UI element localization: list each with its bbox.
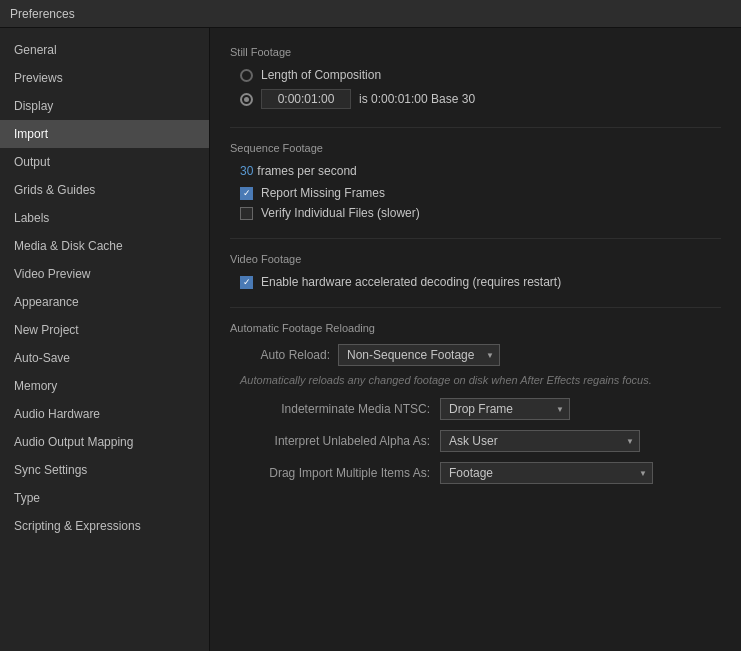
divider-3: [230, 307, 721, 308]
field-row-drag-import: Drag Import Multiple Items As: Footage C…: [230, 462, 721, 484]
sidebar-item-video-preview[interactable]: Video Preview: [0, 260, 209, 288]
checkbox-verify-individual-files[interactable]: [240, 207, 253, 220]
fps-label: frames per second: [257, 164, 356, 178]
radio-row-length-of-composition: Length of Composition: [230, 68, 721, 82]
sequence-footage-section: Sequence Footage 30 frames per second Re…: [230, 142, 721, 220]
sidebar-item-labels[interactable]: Labels: [0, 204, 209, 232]
divider-1: [230, 127, 721, 128]
sidebar-item-general[interactable]: General: [0, 36, 209, 64]
field-label-drag-import: Drag Import Multiple Items As:: [240, 466, 430, 480]
sidebar-item-auto-save[interactable]: Auto-Save: [0, 344, 209, 372]
drag-import-select[interactable]: Footage Composition Composition - Retain…: [440, 462, 653, 484]
sidebar-item-type[interactable]: Type: [0, 484, 209, 512]
content-panel: Still Footage Length of Composition is 0…: [210, 28, 741, 651]
indeterminate-ntsc-select-wrapper: Drop Frame Non-Drop Frame: [440, 398, 570, 420]
time-value-input[interactable]: [261, 89, 351, 109]
checkbox-hardware-accelerated[interactable]: [240, 276, 253, 289]
main-container: GeneralPreviewsDisplayImportOutputGrids …: [0, 28, 741, 651]
fps-value[interactable]: 30: [240, 164, 253, 178]
field-row-interpret-alpha: Interpret Unlabeled Alpha As: Ask User I…: [230, 430, 721, 452]
video-footage-section: Video Footage Enable hardware accelerate…: [230, 253, 721, 289]
checkbox-label-hardware-accel: Enable hardware accelerated decoding (re…: [261, 275, 561, 289]
sidebar-item-sync-settings[interactable]: Sync Settings: [0, 456, 209, 484]
auto-reload-desc: Automatically reloads any changed footag…: [230, 374, 721, 386]
sidebar-item-scripting-expressions[interactable]: Scripting & Expressions: [0, 512, 209, 540]
checkbox-row-hardware-accel: Enable hardware accelerated decoding (re…: [230, 275, 721, 289]
auto-reload-select[interactable]: Non-Sequence Footage All Footage Disable…: [338, 344, 500, 366]
sidebar-item-display[interactable]: Display: [0, 92, 209, 120]
checkbox-report-missing-frames[interactable]: [240, 187, 253, 200]
sidebar-item-import[interactable]: Import: [0, 120, 209, 148]
auto-reload-select-wrapper: Non-Sequence Footage All Footage Disable…: [338, 344, 500, 366]
checkbox-row-report-missing: Report Missing Frames: [230, 186, 721, 200]
sidebar: GeneralPreviewsDisplayImportOutputGrids …: [0, 28, 210, 651]
title-bar: Preferences: [0, 0, 741, 28]
checkbox-label-report-missing: Report Missing Frames: [261, 186, 385, 200]
radio-label-length-of-composition: Length of Composition: [261, 68, 381, 82]
title-bar-text: Preferences: [10, 7, 75, 21]
sidebar-item-memory[interactable]: Memory: [0, 372, 209, 400]
checkbox-label-verify-individual: Verify Individual Files (slower): [261, 206, 420, 220]
drag-import-select-wrapper: Footage Composition Composition - Retain…: [440, 462, 653, 484]
field-label-interpret-alpha: Interpret Unlabeled Alpha As:: [240, 434, 430, 448]
auto-reload-section: Automatic Footage Reloading Auto Reload:…: [230, 322, 721, 484]
sidebar-item-output[interactable]: Output: [0, 148, 209, 176]
checkbox-row-verify-individual: Verify Individual Files (slower): [230, 206, 721, 220]
sidebar-item-previews[interactable]: Previews: [0, 64, 209, 92]
radio-time-value[interactable]: [240, 93, 253, 106]
interpret-alpha-select-wrapper: Ask User Ignore Straight Premultiplied: [440, 430, 640, 452]
field-row-indeterminate-ntsc: Indeterminate Media NTSC: Drop Frame Non…: [230, 398, 721, 420]
sidebar-item-audio-hardware[interactable]: Audio Hardware: [0, 400, 209, 428]
radio-row-time-value: is 0:00:01:00 Base 30: [230, 89, 721, 109]
auto-reload-label: Auto Reload:: [240, 348, 330, 362]
auto-reload-row: Auto Reload: Non-Sequence Footage All Fo…: [230, 344, 721, 366]
sidebar-item-media-disk-cache[interactable]: Media & Disk Cache: [0, 232, 209, 260]
time-value-suffix: is 0:00:01:00 Base 30: [359, 92, 475, 106]
video-footage-title: Video Footage: [230, 253, 721, 265]
sidebar-item-appearance[interactable]: Appearance: [0, 288, 209, 316]
interpret-alpha-select[interactable]: Ask User Ignore Straight Premultiplied: [440, 430, 640, 452]
indeterminate-ntsc-select[interactable]: Drop Frame Non-Drop Frame: [440, 398, 570, 420]
sidebar-item-new-project[interactable]: New Project: [0, 316, 209, 344]
radio-length-of-composition[interactable]: [240, 69, 253, 82]
still-footage-title: Still Footage: [230, 46, 721, 58]
fps-row: 30 frames per second: [230, 164, 721, 178]
sidebar-item-audio-output-mapping[interactable]: Audio Output Mapping: [0, 428, 209, 456]
auto-reload-title: Automatic Footage Reloading: [230, 322, 721, 334]
sidebar-item-grids-guides[interactable]: Grids & Guides: [0, 176, 209, 204]
divider-2: [230, 238, 721, 239]
field-label-indeterminate-ntsc: Indeterminate Media NTSC:: [240, 402, 430, 416]
still-footage-section: Still Footage Length of Composition is 0…: [230, 46, 721, 109]
sequence-footage-title: Sequence Footage: [230, 142, 721, 154]
